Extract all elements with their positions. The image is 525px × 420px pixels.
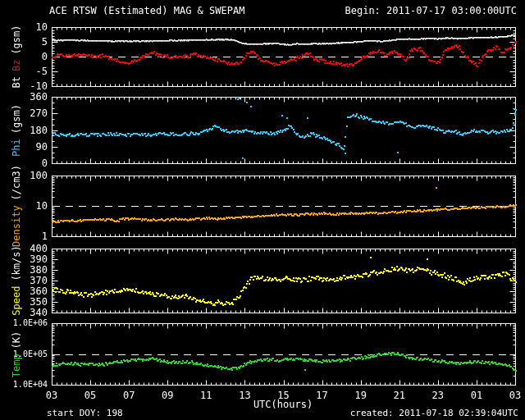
y-tick-label-phi: 90 — [0, 141, 48, 153]
y-tick-label-temp: 1.0E+06 — [0, 318, 48, 327]
y-axis-label-part: (km/s) — [11, 245, 22, 281]
y-axis-label-part: Density — [11, 205, 22, 247]
y-axis-label-temp: Temp(K) — [11, 328, 22, 380]
y-axis-label-density: Density(/cm3) — [11, 162, 22, 249]
y-axis-label-part: (/cm3) — [11, 165, 22, 200]
y-tick-label-density: 100 — [0, 170, 48, 181]
y-tick-label-phi: 180 — [0, 125, 48, 136]
y-tick-label-phi: 270 — [0, 107, 48, 119]
x-tick-label: 05 — [84, 390, 96, 401]
x-tick-label: 09 — [162, 390, 173, 401]
x-tick-label: 01 — [471, 390, 482, 401]
plot-canvas — [0, 0, 525, 420]
y-tick-label-temp: 1.0E+05 — [0, 349, 48, 358]
x-tick-label: 15 — [277, 390, 289, 401]
y-tick-label-speed: 380 — [0, 264, 48, 276]
y-tick-label-temp: 1.0E+04 — [0, 380, 48, 389]
x-tick-label: 19 — [354, 390, 366, 401]
y-tick-label-speed: 400 — [0, 243, 48, 254]
y-tick-label-speed: 370 — [0, 275, 48, 286]
y-axis-label-part: Temp — [11, 354, 22, 377]
y-axis-label-part: Bz — [11, 60, 22, 71]
page-title: ACE RTSW (Estimated) MAG & SWEPAM — [49, 5, 244, 16]
begin-timestamp: Begin: 2011-07-17 03:00:00UTC — [345, 5, 517, 16]
y-axis-label-part: Speed — [11, 286, 22, 316]
y-tick-label-mag: 5 — [0, 36, 48, 48]
x-tick-label: 11 — [200, 390, 212, 401]
y-tick-label-speed: 360 — [0, 285, 48, 297]
y-tick-label-mag: 0 — [0, 51, 48, 62]
x-tick-label: 03 — [509, 390, 521, 401]
created-timestamp: created: 2011-07-18 02:39:04UTC — [350, 408, 518, 418]
y-tick-label-mag: 10 — [0, 21, 48, 33]
y-axis-label-phi: Phi(gsm) — [11, 102, 22, 159]
y-tick-label-speed: 390 — [0, 253, 48, 265]
y-axis-label-part: (gsm) — [11, 25, 22, 54]
y-tick-label-mag: -5 — [0, 66, 48, 77]
start-doy-label: start DOY: 198 — [47, 408, 123, 418]
y-axis-label-part: Bt — [11, 76, 22, 88]
x-tick-label: 23 — [432, 390, 444, 401]
y-tick-label-phi: 360 — [0, 91, 48, 103]
ace-rtsw-plot: ACE RTSW (Estimated) MAG & SWEPAM Begin:… — [0, 0, 525, 420]
y-axis-label-part: (K) — [11, 331, 22, 349]
y-axis-label-part: Phi — [11, 139, 22, 157]
y-axis-label-part: (gsm) — [11, 104, 22, 134]
y-tick-label-density: 1 — [0, 231, 48, 242]
x-tick-label: 03 — [46, 390, 57, 401]
x-tick-label: 13 — [239, 390, 250, 401]
y-tick-label-speed: 350 — [0, 296, 48, 308]
x-tick-label: 07 — [123, 390, 135, 401]
y-tick-label-density: 10 — [0, 200, 48, 212]
x-tick-label: 17 — [316, 390, 327, 401]
x-tick-label: 21 — [394, 390, 405, 401]
y-axis-label-mag: BtBz(gsm) — [11, 22, 22, 90]
y-tick-label-phi: 0 — [0, 158, 48, 169]
y-tick-label-mag: -10 — [0, 80, 48, 92]
y-axis-label-speed: Speed(km/s) — [11, 243, 22, 317]
y-tick-label-speed: 340 — [0, 307, 48, 318]
